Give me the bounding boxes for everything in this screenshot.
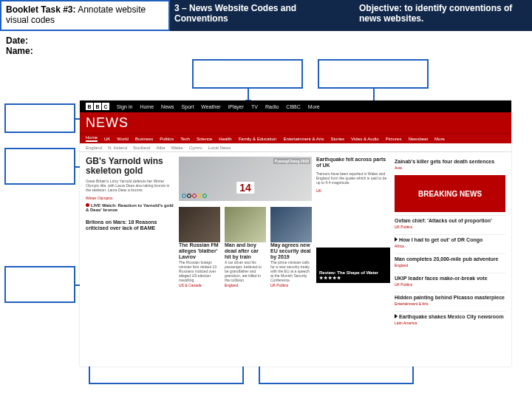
annotation-box[interactable] [192,59,303,89]
meta-block: Date: Name: [6,35,33,56]
cat-item[interactable]: Entertainment & Arts [283,137,324,141]
review-card[interactable]: Review: The Shape of Water ★★★★★ [316,248,390,283]
nav-item[interactable]: Weather [201,104,220,109]
subcategory-nav: England N. Ireland Scotland Alba Wales C… [80,143,511,152]
subcat-item[interactable]: Alba [156,146,165,150]
cat-item[interactable]: Business [135,137,153,141]
cat-item[interactable]: Video & Audio [351,137,379,141]
secondary-tag[interactable]: UK [316,188,390,193]
breaking-label: BREAKING NEWS [418,190,482,198]
cat-item[interactable]: Science [197,137,212,141]
cat-item[interactable]: Stories [330,137,344,141]
task-prefix: Booklet Task #3: [6,4,75,15]
annotation-box[interactable] [318,59,429,89]
card-desc: The prime minister calls for a new secur… [270,260,312,282]
subcat-item[interactable]: Wales [171,146,183,150]
bib-number: 14 [236,182,254,194]
list-item[interactable]: Man completes 20,000-mile pub adventureE… [395,253,505,270]
card-image [179,207,220,242]
list-item[interactable]: Oxfam chief: 'Attacks out of proportion'… [395,215,505,231]
cat-item[interactable]: Home [86,135,98,142]
item-headline: Oxfam chief: 'Attacks out of proportion' [395,218,505,224]
nav-item[interactable]: iPlayer [228,104,244,109]
nav-item[interactable]: CBBC [286,104,300,109]
secondary-headline[interactable]: Earthquake felt across parts of UK [316,157,390,168]
cat-item[interactable]: Pictures [386,137,402,141]
card-headline: Man and boy dead after car hit by train [225,242,266,260]
bbc-logo[interactable]: BBC [86,103,109,110]
card-row: The Russian FM alleges 'blather' Lavrov … [179,207,312,287]
list-item[interactable]: Earthquake shakes Mexico City newsroomLa… [395,311,505,327]
nav-item[interactable]: TV [251,104,258,109]
annotation-box[interactable] [4,103,75,133]
card-image [270,207,312,242]
star-rating-icon: ★★★★★ [319,275,387,280]
annotation-box[interactable] [4,266,75,303]
sub-headline[interactable]: Britons on Mars: 18 Reasons criticised o… [86,219,174,231]
item-tag: Asia [395,166,505,170]
item-tag: Entertainment & Arts [395,301,505,306]
list-item[interactable]: UKIP leader faces make-or-break voteUK P… [395,273,505,289]
sidebar-column: Zainab's killer gets four death sentence… [395,157,505,327]
signin-link[interactable]: Sign in [117,104,132,109]
item-tag: UK Politics [395,282,505,287]
story-card[interactable]: May agrees new EU security deal by 2019 … [270,207,312,287]
lead-headline[interactable]: GB's Yarnold wins skeleton gold [86,157,174,176]
subcat-item[interactable]: England [86,146,102,150]
nav-item[interactable]: Sport [182,104,194,109]
cat-item[interactable]: Family & Education [239,137,277,141]
cat-item[interactable]: World [117,137,129,141]
hero-image[interactable]: PyeongChang 2018 14 [179,157,312,201]
card-tag: US & Canada [179,283,220,287]
play-icon [395,237,398,242]
name-label: Name: [6,46,33,56]
list-item[interactable]: Hidden painting behind Picasso masterpie… [395,292,505,308]
lead-column: GB's Yarnold wins skeleton gold Great Br… [86,157,174,327]
nav-item[interactable]: Radio [265,104,279,109]
lead-tag[interactable]: Winter Olympics [86,196,174,200]
secondary-column: Earthquake felt across parts of UK Tremo… [316,157,390,327]
item-headline: Hidden painting behind Picasso masterpie… [395,295,505,301]
unit-title: 3 – News Website Codes and Conventions [170,0,355,31]
global-nav: BBC Sign in Home News Sport Weather iPla… [80,100,511,112]
item-tag: England [395,263,505,267]
cat-item[interactable]: Politics [160,137,174,141]
olympic-rings-icon [182,194,207,198]
play-icon [395,314,398,318]
breaking-news-badge[interactable]: BREAKING NEWS [395,175,505,212]
content-grid: GB's Yarnold wins skeleton gold Great Br… [80,152,511,332]
cat-item[interactable]: UK [104,137,110,141]
item-tag: Africa [395,244,505,248]
cat-item[interactable]: Newsbeat [408,137,428,141]
item-headline: Zainab's killer gets four death sentence… [395,159,505,165]
cat-item[interactable]: Tech [180,137,190,141]
card-tag: UK Politics [270,283,312,287]
subcat-item[interactable]: Cymru [189,146,202,150]
card-headline: May agrees new EU security deal by 2019 [270,242,312,260]
subcat-item[interactable]: Scotland [133,146,150,150]
card-desc: A car driver and his passenger, believed… [225,260,266,282]
list-item[interactable]: Zainab's killer gets four death sentence… [395,157,505,172]
date-label: Date: [6,35,33,46]
item-headline: Earthquake shakes Mexico City newsroom [395,314,505,320]
story-card[interactable]: The Russian FM alleges 'blather' Lavrov … [179,207,220,287]
annotation-box[interactable] [4,148,75,185]
nav-item[interactable]: News [161,104,174,109]
masthead: NEWS [80,112,511,133]
live-item[interactable]: LIVE Watch: Reaction to Yarnold's gold &… [86,203,174,212]
cat-item[interactable]: More [434,137,445,141]
story-card[interactable]: Man and boy dead after car hit by train … [225,207,266,287]
subcat-item[interactable]: N. Ireland [108,146,127,150]
news-logo[interactable]: NEWS [86,115,129,131]
item-tag: Latin America [395,321,505,325]
olympics-label: PyeongChang 2018 [273,158,310,164]
item-tag: UK Politics [395,225,505,229]
nav-item[interactable]: More [308,104,320,109]
objective: Objective: to identify conventions of ne… [355,0,532,31]
nav-item[interactable]: Home [140,104,154,109]
card-headline: The Russian FM alleges 'blather' Lavrov [179,242,220,260]
subcat-item[interactable]: Local News [208,146,231,150]
item-headline: UKIP leader faces make-or-break vote [395,276,505,282]
cat-item[interactable]: Health [219,137,231,141]
list-item[interactable]: How I had to get out' of DR CongoAfrica [395,234,505,250]
